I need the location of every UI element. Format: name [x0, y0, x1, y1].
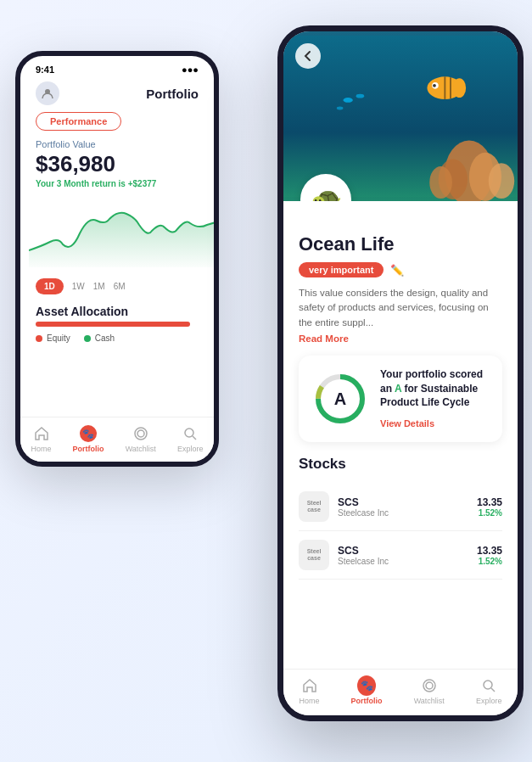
explore-icon-2 — [479, 676, 498, 695]
watchlist-icon-2 — [420, 676, 439, 695]
svg-point-26 — [423, 680, 435, 692]
nav-watchlist[interactable]: Watchlist — [126, 424, 156, 453]
portfolio-title: Portfolio — [146, 87, 199, 101]
stock-change: 1.52% — [477, 508, 502, 518]
svg-point-12 — [429, 166, 452, 199]
svg-text:🐾: 🐾 — [82, 428, 94, 440]
stocks-title: Stocks — [299, 456, 502, 473]
svg-point-13 — [343, 98, 352, 103]
donut-chart: A — [312, 371, 368, 427]
phone-1-portfolio: 9:41 ●●● Portfolio Performance Portfolio… — [15, 51, 219, 467]
cash-dot — [84, 335, 91, 342]
status-time: 9:41 — [36, 64, 54, 75]
performance-tab[interactable]: Performance — [20, 112, 214, 139]
stock-info: SCS Steelcase Inc — [338, 545, 477, 566]
nav2-explore[interactable]: Explore — [476, 676, 502, 705]
stock-price-col: 13.35 1.52% — [477, 545, 502, 566]
nav2-home[interactable]: Home — [300, 676, 320, 705]
back-button[interactable] — [295, 43, 321, 69]
nav-portfolio[interactable]: 🐾 Portfolio — [73, 424, 104, 453]
svg-line-6 — [193, 436, 196, 440]
stock-row[interactable]: Steelcase SCS Steelcase Inc 13.35 1.52% — [299, 531, 502, 580]
score-description: Your portfolio scored an A for Sustainab… — [380, 367, 489, 430]
time-1m[interactable]: 1M — [93, 282, 105, 291]
status-bar: 9:41 ●●● — [20, 56, 214, 78]
stock-info: SCS Steelcase Inc — [338, 496, 477, 518]
svg-point-11 — [489, 163, 514, 199]
svg-point-3 — [137, 430, 144, 437]
read-more-link[interactable]: Read More — [299, 333, 502, 344]
portfolio-value-label: Portfolio Value — [20, 139, 214, 149]
edit-icon[interactable]: ✏️ — [390, 264, 404, 277]
phone-2-ocean: 🐢 Ocean Life very important ✏️ This valu… — [277, 25, 524, 721]
portfolio-return: Your 3 Month return is +$2377 — [20, 179, 214, 188]
stock-change: 1.52% — [477, 557, 502, 566]
watchlist-icon — [132, 424, 150, 443]
nav2-watchlist[interactable]: Watchlist — [414, 676, 445, 705]
stock-row[interactable]: Steelcase SCS Steelcase Inc 13.35 1.52% — [299, 483, 502, 531]
view-details-link[interactable]: View Details — [380, 418, 434, 429]
asset-bar — [36, 322, 190, 327]
time-6m[interactable]: 6M — [114, 282, 126, 291]
hero-image: 🐢 — [283, 31, 518, 201]
svg-point-17 — [453, 78, 466, 98]
asset-allocation-title: Asset Allocation — [20, 300, 214, 322]
bottom-nav-2: Home 🐾 Portfolio Watchlist — [283, 669, 518, 715]
home-icon — [32, 424, 51, 443]
time-1d[interactable]: 1D — [36, 278, 64, 294]
ocean-title: Ocean Life — [299, 233, 502, 255]
svg-point-25 — [426, 682, 433, 689]
portfolio-chart — [20, 195, 214, 272]
stock-name: Steelcase Inc — [338, 557, 477, 566]
svg-point-4 — [135, 428, 147, 440]
explore-icon — [181, 424, 199, 443]
stock-name: Steelcase Inc — [338, 508, 477, 518]
ocean-content: Ocean Life very important ✏️ This value … — [283, 201, 518, 593]
equity-dot — [36, 335, 42, 342]
bottom-nav: Home 🐾 Portfolio Watchlist — [20, 417, 214, 462]
tag-row: very important ✏️ — [299, 262, 502, 277]
nav2-portfolio[interactable]: 🐾 Portfolio — [351, 676, 383, 705]
home-icon-2 — [300, 676, 319, 695]
return-value: +$2377 — [128, 179, 157, 188]
portfolio-icon: 🐾 — [79, 424, 98, 443]
stock-logo: Steelcase — [299, 540, 329, 570]
score-title: Your portfolio scored an A for Sustainab… — [380, 367, 489, 410]
svg-point-19 — [433, 84, 436, 87]
avatar[interactable] — [36, 81, 59, 105]
stock-ticker: SCS — [338, 496, 477, 508]
legend-equity: Equity — [36, 333, 70, 343]
portfolio-value: $36,980 — [20, 151, 214, 177]
stock-price: 13.35 — [477, 496, 502, 508]
status-icons: ●●● — [182, 64, 199, 75]
score-card: A Your portfolio scored an A for Sustain… — [299, 356, 502, 442]
legend: Equity Cash — [20, 333, 214, 343]
stock-ticker: SCS — [338, 545, 477, 557]
description-text: This value considers the design, quality… — [299, 286, 502, 330]
svg-point-5 — [185, 429, 193, 437]
stock-price: 13.35 — [477, 545, 502, 557]
svg-point-14 — [356, 94, 365, 98]
stock-logo: Steelcase — [299, 491, 329, 522]
time-1w[interactable]: 1W — [72, 282, 85, 291]
nav-home[interactable]: Home — [31, 424, 52, 453]
score-grade: A — [334, 389, 346, 408]
stock-price-col: 13.35 1.52% — [477, 496, 502, 518]
header: Portfolio — [20, 78, 214, 112]
legend-cash: Cash — [84, 333, 115, 343]
important-tag[interactable]: very important — [299, 262, 384, 277]
svg-line-28 — [491, 688, 495, 692]
nav-explore[interactable]: Explore — [177, 424, 204, 453]
portfolio-icon-2: 🐾 — [357, 676, 376, 695]
time-filter: 1D 1W 1M 6M — [20, 273, 214, 300]
svg-point-27 — [484, 681, 492, 689]
svg-point-15 — [337, 107, 344, 110]
